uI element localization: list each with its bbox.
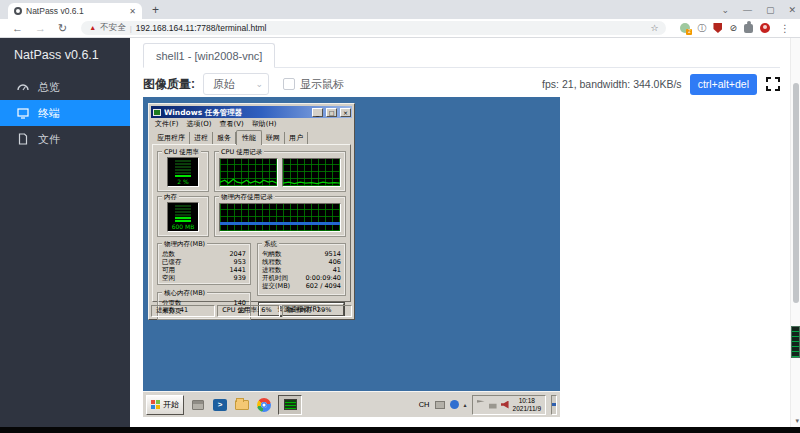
memory-group: 内存 600 MB — [157, 196, 209, 237]
browser-menu-icon[interactable]: ⋮ — [780, 23, 790, 34]
quality-value: 原始 — [213, 78, 235, 90]
new-tab-button[interactable]: + — [152, 2, 159, 18]
browser-tab[interactable]: NatPass v0.6.1 ✕ — [8, 3, 142, 19]
page-scrollbar: ▾ — [790, 38, 800, 427]
screen-footer-strip — [0, 427, 800, 433]
tray-app-icon[interactable] — [450, 400, 459, 409]
mini-preview-widget — [791, 326, 800, 358]
bookmark-star-icon[interactable]: ☆ — [650, 23, 658, 33]
show-desktop-button[interactable] — [551, 395, 557, 415]
tab-services[interactable]: 服务 — [213, 132, 236, 144]
extension-green-icon[interactable]: 2 — [680, 23, 690, 33]
profile-avatar-icon[interactable] — [760, 23, 770, 33]
main-content: shell1 - [win2008-vnc] 图像质量: 原始 ⌄ 显示鼠标 f… — [130, 38, 800, 427]
quicklaunch-powershell-icon[interactable]: > — [212, 397, 228, 413]
sidebar-item-files[interactable]: 文件 — [0, 126, 130, 152]
tab-close-icon[interactable]: ✕ — [129, 7, 136, 16]
taskmgr-title: Windows 任务管理器 — [164, 107, 309, 118]
window-controls: ⌄ — ▢ ✕ — [721, 0, 796, 19]
fullscreen-icon[interactable] — [766, 77, 780, 91]
session-tab[interactable]: shell1 - [win2008-vnc] — [143, 43, 275, 68]
taskbar-taskmgr-button[interactable] — [278, 395, 302, 415]
system-group: 系统 句柄数9514 线程数406 进程数41 开机时间0:00:09:40 提… — [257, 243, 346, 296]
tray-expand-icon[interactable]: ▴ — [464, 401, 467, 408]
tab-networking[interactable]: 联网 — [262, 132, 285, 144]
quality-select[interactable]: 原始 ⌄ — [203, 73, 269, 95]
url-text[interactable]: 192.168.164.11:7788/terminal.html — [136, 23, 267, 33]
task-manager-window[interactable]: Windows 任务管理器 _ □ × 文件(F) 选项(O) 查看(V) 帮助… — [148, 103, 355, 320]
taskmgr-minimize-button[interactable]: _ — [312, 108, 323, 117]
quicklaunch-device-icon[interactable] — [190, 397, 206, 413]
cpu-usage-group: CPU 使用率 2 % — [157, 151, 209, 192]
close-icon[interactable]: ✕ — [788, 5, 796, 15]
back-icon[interactable]: ← — [12, 22, 23, 34]
memory-value: 600 MB — [168, 223, 198, 230]
tab-performance[interactable]: 性能 — [236, 130, 262, 145]
taskbar-clock[interactable]: 10:18 2021/11/9 — [513, 397, 541, 413]
favicon — [14, 7, 22, 15]
blocker-extension-icon[interactable]: ⊘ — [729, 23, 737, 33]
show-cursor-label: 显示鼠标 — [300, 77, 344, 92]
quicklaunch-explorer-icon[interactable] — [234, 397, 250, 413]
forward-icon[interactable]: → — [35, 22, 46, 34]
start-button[interactable]: 开始 — [146, 395, 184, 415]
quicklaunch-chrome-icon[interactable] — [256, 397, 272, 413]
session-tabbar: shell1 - [win2008-vnc] — [143, 43, 780, 68]
tray-printer-icon[interactable] — [435, 401, 445, 409]
windows-flag-icon — [151, 400, 160, 409]
action-center-flag-icon[interactable] — [477, 400, 485, 409]
session-toolbar: 图像质量: 原始 ⌄ 显示鼠标 fps: 21, bandwidth: 344.… — [143, 71, 780, 97]
memory-history-line — [220, 222, 340, 225]
menu-file[interactable]: 文件(F) — [155, 119, 179, 129]
language-indicator[interactable]: CH — [419, 400, 430, 409]
volume-icon[interactable] — [501, 401, 509, 409]
sidebar-item-label: 总览 — [38, 80, 60, 95]
network-icon[interactable] — [489, 401, 497, 409]
extension-badge: 2 — [686, 29, 692, 35]
browser-tab-title: NatPass v0.6.1 — [26, 6, 125, 16]
minimize-icon[interactable]: — — [743, 5, 752, 15]
scroll-down-icon[interactable]: ▾ — [795, 417, 799, 425]
menu-view[interactable]: 查看(V) — [219, 119, 243, 129]
reload-icon[interactable]: ↻ — [58, 22, 67, 35]
cpu-history-group: CPU 使用记录 — [214, 151, 346, 192]
security-label[interactable]: 不安全 — [100, 22, 126, 34]
shield-extension-icon[interactable] — [713, 23, 722, 33]
maximize-icon[interactable]: ▢ — [766, 5, 775, 15]
scrollbar-thumb[interactable] — [793, 83, 799, 303]
status-processes: 进程数: 41 — [151, 305, 215, 317]
memory-history-group: 物理内存使用记录 — [214, 196, 346, 237]
show-cursor-checkbox[interactable] — [283, 78, 295, 90]
puzzle-extensions-icon[interactable] — [744, 24, 753, 33]
status-cpu-usage: CPU 使用率: 6% — [217, 305, 279, 317]
memory-gauge: 600 MB — [167, 202, 199, 232]
clock-time: 10:18 — [519, 397, 535, 404]
url-separator: | — [130, 24, 132, 33]
extension-icons: 2 ⓘ ⊘ — [680, 23, 770, 33]
address-bar[interactable]: ▲ 不安全 | 192.168.164.11:7788/terminal.htm… — [81, 21, 666, 35]
taskmgr-menubar: 文件(F) 选项(O) 查看(V) 帮助(H) — [151, 118, 352, 129]
taskmgr-titlebar[interactable]: Windows 任务管理器 _ □ × — [151, 106, 352, 118]
info-extension-icon[interactable]: ⓘ — [697, 23, 706, 33]
chevron-down-icon: ⌄ — [255, 74, 263, 94]
sidebar-item-label: 终端 — [38, 106, 60, 121]
menu-options[interactable]: 选项(O) — [187, 119, 212, 129]
dashboard-icon — [17, 81, 29, 93]
taskmgr-maximize-button[interactable]: □ — [326, 108, 337, 117]
cpu-history-graph-1 — [219, 158, 278, 187]
taskmgr-icon — [284, 399, 297, 410]
tab-applications[interactable]: 应用程序 — [153, 132, 190, 144]
system-tray: CH ▴ 10:18 2021/11/9 — [419, 395, 557, 415]
sidebar-item-terminal[interactable]: 终端 — [0, 100, 130, 126]
vnc-canvas[interactable]: Windows 任务管理器 _ □ × 文件(F) 选项(O) 查看(V) 帮助… — [143, 97, 560, 417]
browser-toolbar: ← → ↻ ▲ 不安全 | 192.168.164.11:7788/termin… — [0, 19, 800, 38]
ctrl-alt-del-button[interactable]: ctrl+alt+del — [690, 74, 757, 95]
taskmgr-close-button[interactable]: × — [340, 108, 351, 117]
tab-processes[interactable]: 进程 — [190, 132, 213, 144]
terminal-icon — [17, 107, 29, 119]
menu-help[interactable]: 帮助(H) — [252, 119, 277, 129]
tab-users[interactable]: 用户 — [285, 132, 308, 144]
browser-tabstrip: NatPass v0.6.1 ✕ + ⌄ — ▢ ✕ — [0, 0, 800, 19]
sidebar-item-overview[interactable]: 总览 — [0, 74, 130, 100]
tab-search-icon[interactable]: ⌄ — [721, 5, 729, 15]
